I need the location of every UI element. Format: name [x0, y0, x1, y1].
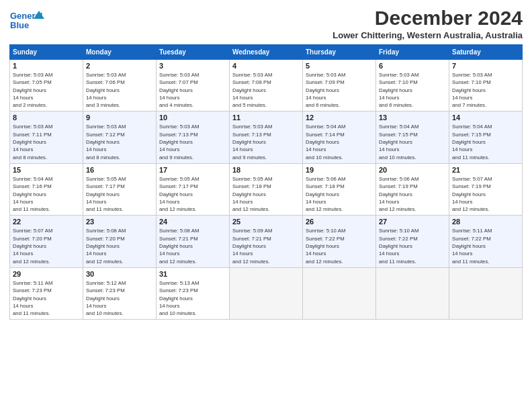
day-number: 13: [379, 113, 446, 122]
day-info: Sunrise: 5:09 AMSunset: 7:21 PMDaylight …: [232, 227, 300, 265]
calendar-cell: 30Sunrise: 5:12 AMSunset: 7:23 PMDayligh…: [83, 267, 157, 319]
calendar-week-5: 29Sunrise: 5:11 AMSunset: 7:23 PMDayligh…: [10, 267, 523, 319]
day-number: 15: [13, 166, 80, 174]
calendar-week-1: 1Sunrise: 5:03 AMSunset: 7:05 PMDaylight…: [10, 60, 523, 111]
calendar-cell: 1Sunrise: 5:03 AMSunset: 7:05 PMDaylight…: [10, 60, 83, 111]
day-number: 28: [452, 218, 519, 226]
calendar-cell: 6Sunrise: 5:03 AMSunset: 7:10 PMDaylight…: [376, 60, 449, 111]
calendar-cell: 5Sunrise: 5:03 AMSunset: 7:09 PMDaylight…: [303, 60, 376, 111]
day-number: 23: [86, 218, 153, 226]
calendar-cell: 4Sunrise: 5:03 AMSunset: 7:08 PMDaylight…: [230, 60, 303, 111]
calendar-week-2: 8Sunrise: 5:03 AMSunset: 7:11 PMDaylight…: [10, 111, 523, 163]
day-number: 16: [86, 166, 153, 174]
day-number: 31: [159, 270, 226, 278]
day-number: 17: [159, 166, 226, 174]
day-info: Sunrise: 5:03 AMSunset: 7:05 PMDaylight …: [13, 71, 80, 109]
day-info: Sunrise: 5:10 AMSunset: 7:22 PMDaylight …: [379, 227, 446, 265]
day-number: 11: [232, 113, 300, 122]
day-number: 8: [13, 113, 80, 122]
day-number: 14: [452, 113, 519, 122]
header-sunday: Sunday: [10, 45, 83, 60]
day-info: Sunrise: 5:03 AMSunset: 7:09 PMDaylight …: [306, 71, 373, 109]
location-title: Lower Chittering, Western Australia, Aus…: [332, 30, 523, 40]
calendar-cell: [303, 267, 376, 319]
calendar-cell: 16Sunrise: 5:05 AMSunset: 7:17 PMDayligh…: [83, 163, 157, 215]
calendar-cell: 18Sunrise: 5:05 AMSunset: 7:18 PMDayligh…: [230, 163, 303, 215]
calendar-cell: 15Sunrise: 5:04 AMSunset: 7:16 PMDayligh…: [10, 163, 83, 215]
day-number: 29: [13, 270, 80, 278]
day-number: 1: [13, 62, 80, 70]
day-info: Sunrise: 5:05 AMSunset: 7:17 PMDaylight …: [159, 175, 226, 213]
day-number: 7: [452, 62, 519, 70]
day-info: Sunrise: 5:03 AMSunset: 7:07 PMDaylight …: [159, 71, 226, 109]
calendar-cell: 7Sunrise: 5:03 AMSunset: 7:10 PMDaylight…: [449, 60, 523, 111]
svg-text:Blue: Blue: [10, 20, 29, 30]
calendar-cell: [449, 267, 523, 319]
calendar-cell: 13Sunrise: 5:04 AMSunset: 7:15 PMDayligh…: [376, 111, 449, 163]
header-friday: Friday: [376, 45, 449, 60]
day-info: Sunrise: 5:06 AMSunset: 7:19 PMDaylight …: [379, 175, 446, 213]
day-number: 12: [306, 113, 373, 122]
day-number: 9: [86, 113, 153, 122]
calendar-cell: 31Sunrise: 5:13 AMSunset: 7:23 PMDayligh…: [157, 267, 230, 319]
day-number: 20: [379, 166, 446, 174]
day-info: Sunrise: 5:03 AMSunset: 7:10 PMDaylight …: [379, 71, 446, 109]
day-info: Sunrise: 5:06 AMSunset: 7:18 PMDaylight …: [306, 175, 373, 213]
calendar-cell: 29Sunrise: 5:11 AMSunset: 7:23 PMDayligh…: [10, 267, 83, 319]
calendar-cell: [376, 267, 449, 319]
day-info: Sunrise: 5:03 AMSunset: 7:13 PMDaylight …: [159, 123, 226, 161]
calendar-cell: 9Sunrise: 5:03 AMSunset: 7:12 PMDaylight…: [83, 111, 157, 163]
calendar-cell: 10Sunrise: 5:03 AMSunset: 7:13 PMDayligh…: [157, 111, 230, 163]
day-number: 10: [159, 113, 226, 122]
calendar-table: Sunday Monday Tuesday Wednesday Thursday…: [9, 44, 523, 320]
day-info: Sunrise: 5:07 AMSunset: 7:19 PMDaylight …: [452, 175, 519, 213]
logo: General Blue: [9, 9, 44, 34]
day-number: 26: [306, 218, 373, 226]
day-number: 25: [232, 218, 300, 226]
calendar-cell: 14Sunrise: 5:04 AMSunset: 7:15 PMDayligh…: [449, 111, 523, 163]
day-info: Sunrise: 5:11 AMSunset: 7:23 PMDaylight …: [13, 279, 80, 317]
day-info: Sunrise: 5:03 AMSunset: 7:08 PMDaylight …: [232, 71, 300, 109]
day-info: Sunrise: 5:03 AMSunset: 7:12 PMDaylight …: [86, 123, 153, 161]
day-info: Sunrise: 5:12 AMSunset: 7:23 PMDaylight …: [86, 279, 153, 317]
calendar-cell: 23Sunrise: 5:08 AMSunset: 7:20 PMDayligh…: [83, 216, 157, 267]
day-info: Sunrise: 5:03 AMSunset: 7:10 PMDaylight …: [452, 71, 519, 109]
page: General Blue December 2024 Lower Chitter…: [0, 0, 532, 411]
day-number: 24: [159, 218, 226, 226]
calendar-cell: 27Sunrise: 5:10 AMSunset: 7:22 PMDayligh…: [376, 216, 449, 267]
calendar-cell: [230, 267, 303, 319]
day-number: 6: [379, 62, 446, 70]
calendar-cell: 19Sunrise: 5:06 AMSunset: 7:18 PMDayligh…: [303, 163, 376, 215]
calendar-cell: 21Sunrise: 5:07 AMSunset: 7:19 PMDayligh…: [449, 163, 523, 215]
month-title: December 2024: [332, 7, 523, 29]
day-number: 21: [452, 166, 519, 174]
calendar-cell: 28Sunrise: 5:11 AMSunset: 7:22 PMDayligh…: [449, 216, 523, 267]
header-tuesday: Tuesday: [157, 45, 230, 60]
day-number: 30: [86, 270, 153, 278]
calendar-cell: 22Sunrise: 5:07 AMSunset: 7:20 PMDayligh…: [10, 216, 83, 267]
calendar-cell: 17Sunrise: 5:05 AMSunset: 7:17 PMDayligh…: [157, 163, 230, 215]
day-number: 22: [13, 218, 80, 226]
calendar-cell: 2Sunrise: 5:03 AMSunset: 7:06 PMDaylight…: [83, 60, 157, 111]
day-info: Sunrise: 5:04 AMSunset: 7:14 PMDaylight …: [306, 123, 373, 161]
day-number: 18: [232, 166, 300, 174]
day-info: Sunrise: 5:03 AMSunset: 7:11 PMDaylight …: [13, 123, 80, 161]
calendar-cell: 25Sunrise: 5:09 AMSunset: 7:21 PMDayligh…: [230, 216, 303, 267]
calendar-cell: 11Sunrise: 5:03 AMSunset: 7:13 PMDayligh…: [230, 111, 303, 163]
day-info: Sunrise: 5:04 AMSunset: 7:15 PMDaylight …: [379, 123, 446, 161]
day-info: Sunrise: 5:08 AMSunset: 7:20 PMDaylight …: [86, 227, 153, 265]
calendar-cell: 26Sunrise: 5:10 AMSunset: 7:22 PMDayligh…: [303, 216, 376, 267]
day-info: Sunrise: 5:05 AMSunset: 7:18 PMDaylight …: [232, 175, 300, 213]
calendar-body: 1Sunrise: 5:03 AMSunset: 7:05 PMDaylight…: [10, 60, 523, 320]
day-info: Sunrise: 5:11 AMSunset: 7:22 PMDaylight …: [452, 227, 519, 265]
calendar-week-4: 22Sunrise: 5:07 AMSunset: 7:20 PMDayligh…: [10, 216, 523, 267]
day-info: Sunrise: 5:04 AMSunset: 7:16 PMDaylight …: [13, 175, 80, 213]
calendar-cell: 24Sunrise: 5:08 AMSunset: 7:21 PMDayligh…: [157, 216, 230, 267]
day-info: Sunrise: 5:04 AMSunset: 7:15 PMDaylight …: [452, 123, 519, 161]
calendar-cell: 8Sunrise: 5:03 AMSunset: 7:11 PMDaylight…: [10, 111, 83, 163]
day-number: 5: [306, 62, 373, 70]
title-block: December 2024 Lower Chittering, Western …: [332, 7, 523, 40]
day-info: Sunrise: 5:03 AMSunset: 7:13 PMDaylight …: [232, 123, 300, 161]
day-number: 27: [379, 218, 446, 226]
day-info: Sunrise: 5:05 AMSunset: 7:17 PMDaylight …: [86, 175, 153, 213]
